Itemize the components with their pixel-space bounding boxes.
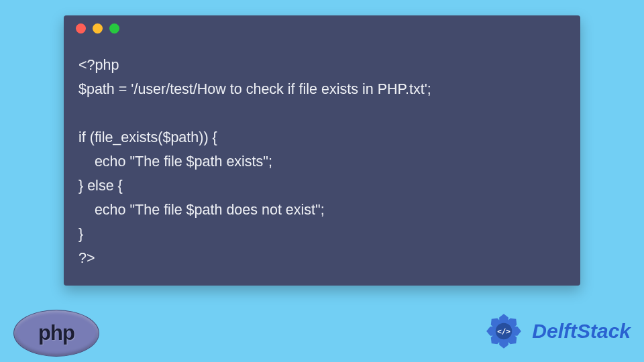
php-logo-text: php xyxy=(38,321,74,345)
window-titlebar xyxy=(64,15,580,41)
code-line: } xyxy=(78,226,83,242)
code-line: $path = '/user/test/How to check if file… xyxy=(78,81,431,97)
maximize-dot-icon xyxy=(109,23,119,34)
close-dot-icon xyxy=(76,23,86,34)
svg-text:</>: </> xyxy=(497,327,511,336)
code-line: <?php xyxy=(78,57,119,73)
delftstack-icon: </> xyxy=(481,308,527,354)
code-window: <?php $path = '/user/test/How to check i… xyxy=(64,15,580,286)
delftstack-logo: </> DelftStack xyxy=(481,308,631,354)
code-line: ?> xyxy=(78,250,95,266)
code-line: echo "The file $path exists"; xyxy=(78,154,272,170)
php-logo-icon: php xyxy=(13,310,99,357)
minimize-dot-icon xyxy=(93,23,103,34)
delftstack-text: DelftStack xyxy=(532,320,631,343)
code-line: if (file_exists($path)) { xyxy=(78,129,217,145)
code-line: } else { xyxy=(78,178,123,194)
code-line: echo "The file $path does not exist"; xyxy=(78,202,325,218)
code-content: <?php $path = '/user/test/How to check i… xyxy=(64,41,580,277)
php-logo-ellipse: php xyxy=(13,310,99,357)
